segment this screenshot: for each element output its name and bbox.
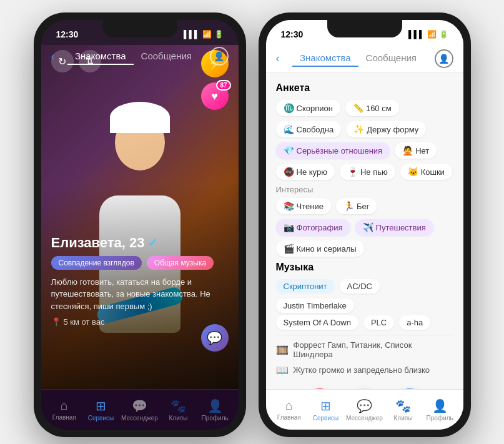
profile-info: Елизавета, 23 ✓ Совпадение взглядов Обща… [51, 235, 229, 327]
profile-bio: Люблю готовить, кататься на борде и путе… [51, 276, 229, 313]
photo-content: ↻ ⇅ ⚡ ♥ 87 [41, 45, 239, 389]
nav-services-2[interactable]: ⊞ Сервисы [309, 398, 342, 422]
nav-tabs-1: Знакомства Сообщения [57, 48, 210, 65]
clips-icon-2: 🐾 [395, 398, 411, 413]
tag-views: Совпадение взглядов [51, 256, 142, 270]
tag-reading: 📚Чтение [276, 198, 331, 214]
separator-1 [276, 335, 453, 335]
profile-name: Елизавета, 23 ✓ [51, 235, 229, 251]
notch-1 [102, 20, 177, 37]
nav-clips-1[interactable]: 🐾 Клипы [162, 398, 194, 422]
action-row: 💬 [201, 324, 229, 352]
profile-nav-icon-2: 👤 [432, 398, 448, 413]
status-emoji: 🌊 [284, 124, 294, 134]
tag-pets: 🐱Кошки [400, 164, 452, 180]
bottom-nav-2: ⌂ Главная ⊞ Сервисы 💬 Мессенджер 🐾 Клипы… [266, 389, 463, 430]
clips-label-1: Клипы [169, 415, 188, 422]
heart-icon: ♥ [211, 90, 218, 103]
tag-music: Общая музыка [147, 256, 214, 270]
section-music-title: Музыка [276, 262, 453, 273]
music-tags-row1: Скриптонит AC/DC Justin Timberlake [276, 279, 453, 313]
tag-status: 🌊Свободна [276, 121, 342, 137]
clips-label-2: Клипы [394, 415, 413, 422]
subsection-interests: Интересы [276, 185, 453, 194]
movies-row: 🎞️ Форрест Гамп, Титаник, Список Шиндлер… [276, 340, 453, 359]
phone-1: 12:30 ▌▌▌ 📶 🔋 ‹ Знакомства Сообщения 👤 [34, 12, 246, 437]
music-jt: Justin Timberlake [276, 298, 354, 313]
messenger-label-2: Мессенджер [346, 415, 383, 422]
nav-tabs-2: Знакомства Сообщения [282, 50, 435, 67]
books-row: 📖 Жутко громко и запредельно близко [276, 364, 453, 376]
verified-icon: ✓ [148, 236, 157, 250]
status-icons-2: ▌▌▌ 📶 🔋 [408, 30, 448, 39]
wifi-icon-1: 📶 [202, 30, 212, 39]
profile-icon-2: 👤 [438, 54, 449, 64]
nav-profile-2[interactable]: 👤 Профиль [423, 398, 456, 422]
nav-messenger-1[interactable]: 💬 Мессенджер [121, 398, 158, 422]
book-icon: 📖 [276, 364, 289, 376]
services-icon-1: ⊞ [96, 398, 106, 413]
nav-services-1[interactable]: ⊞ Сервисы [84, 398, 117, 422]
services-label-1: Сервисы [88, 415, 114, 422]
location-text: 5 км от вас [64, 317, 105, 327]
tab-dating-2[interactable]: Знакомства [292, 50, 358, 67]
tag-photo: 📷Фотография [276, 219, 350, 235]
profile-icon-button-1[interactable]: 👤 [210, 47, 229, 66]
home-icon-1: ⌂ [61, 398, 68, 413]
tag-kids: 🙅Нет [395, 142, 437, 159]
battery-icon-1: 🔋 [214, 30, 224, 39]
time-1: 12:30 [56, 29, 79, 39]
action-avatar-button[interactable]: 💬 [201, 324, 229, 352]
tag-relations: 💎Серьёзные отношения [276, 142, 390, 159]
location-icon: 📍 [51, 317, 61, 327]
tag-zodiac: ♏Скорпион [276, 100, 340, 116]
fitness-emoji: ✨ [353, 124, 364, 134]
music-plc: PLC [363, 315, 394, 330]
nav-profile-1[interactable]: 👤 Профиль [199, 398, 231, 422]
tab-dating-1[interactable]: Знакомства [67, 48, 134, 65]
heart-button[interactable]: ♥ 87 [201, 82, 229, 110]
interests-tags: 📚Чтение 🏃Бег 📷Фотография ✈️Путешествия 🎬… [276, 198, 453, 257]
profile-icon-button-2[interactable]: 👤 [435, 49, 453, 68]
messenger-icon-2: 💬 [357, 398, 372, 413]
profile-tags: Совпадение взглядов Общая музыка [51, 256, 229, 270]
profile-nav-label-1: Профиль [202, 415, 229, 422]
section-anketa-title: Анкета [276, 82, 453, 94]
home-icon-2: ⌂ [285, 398, 293, 413]
alcohol-emoji: 🍷 [347, 167, 358, 177]
pets-emoji: 🐱 [408, 167, 418, 177]
tab-messages-2[interactable]: Сообщения [358, 50, 424, 67]
tag-smoke: 🚭Не курю [276, 164, 335, 180]
signal-icon-2: ▌▌▌ [408, 30, 425, 39]
home-label-1: Главная [52, 414, 76, 421]
signal-icon-1: ▌▌▌ [184, 30, 200, 39]
tag-travel: ✈️Путешествия [355, 219, 433, 235]
nav-messenger-2[interactable]: 💬 Мессенджер [346, 398, 383, 422]
phone-2: 12:30 ▌▌▌ 📶 🔋 ‹ Знакомства Сообщения 👤 [259, 12, 471, 437]
wifi-icon-2: 📶 [427, 30, 437, 39]
music-acdc: AC/DC [340, 279, 380, 294]
profile-nav-icon-1: 👤 [207, 398, 223, 413]
smoke-emoji: 🚭 [284, 167, 294, 177]
kids-emoji: 🙅 [402, 146, 413, 155]
tab-messages-1[interactable]: Сообщения [134, 48, 199, 65]
profile-nav-label-2: Профиль [427, 415, 453, 422]
back-button-2[interactable]: ‹ [276, 52, 280, 65]
nav-home-2[interactable]: ⌂ Главная [273, 398, 305, 421]
nav-clips-2[interactable]: 🐾 Клипы [387, 398, 419, 422]
profile-icon-1: 👤 [214, 51, 224, 61]
nav-header-1: ‹ Знакомства Сообщения 👤 [41, 42, 239, 70]
services-icon-2: ⊞ [320, 398, 331, 413]
tag-cinema: 🎬Кино и сериалы [276, 240, 364, 257]
music-soad: System Of A Down [276, 315, 358, 330]
bottom-nav-1: ⌂ Главная ⊞ Сервисы 💬 Мессенджер 🐾 Клипы… [41, 389, 239, 430]
profile-scroll[interactable]: Анкета ♏Скорпион 📏160 см 🌊Свободна ✨Держ… [266, 72, 463, 389]
anketa-tags: ♏Скорпион 📏160 см 🌊Свободна ✨Держу форму… [276, 100, 453, 180]
tag-running: 🏃Бег [336, 198, 377, 214]
zodiac-emoji: ♏ [284, 103, 294, 113]
height-emoji: 📏 [353, 103, 363, 113]
nav-home-1[interactable]: ⌂ Главная [48, 398, 81, 421]
clips-icon-1: 🐾 [170, 398, 186, 413]
music-tags-row2: System Of A Down PLC a-ha [276, 315, 453, 330]
back-button-1[interactable]: ‹ [51, 50, 55, 63]
